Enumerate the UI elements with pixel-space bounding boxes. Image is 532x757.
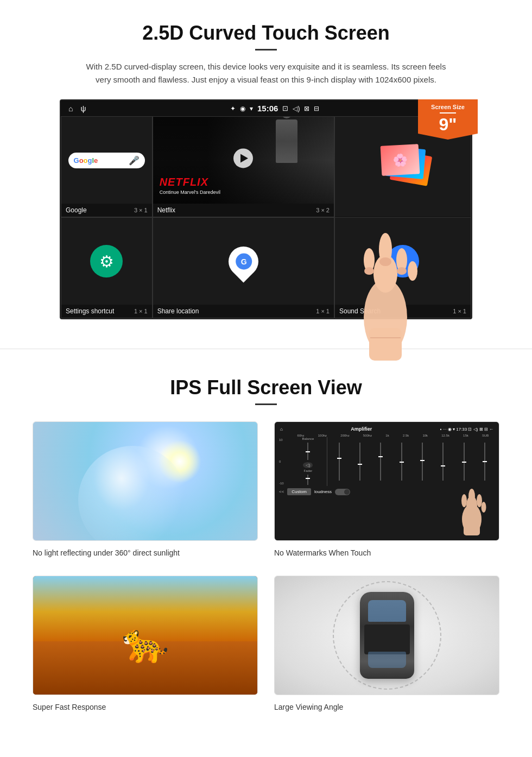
play-button[interactable] [233, 148, 253, 168]
section2-title: IPS Full Screen View [33, 376, 499, 399]
sunlight-bg [33, 422, 257, 540]
app-grid-row1: Google 🎤 Google 3 × 1 [61, 116, 471, 217]
band8-track[interactable] [484, 443, 485, 481]
netflix-app-size: 3 × 2 [316, 207, 330, 213]
band3-thumb [378, 456, 383, 457]
usb-icon: ψ [80, 104, 86, 113]
screen-size-badge: Screen Size 9" [418, 99, 478, 140]
window-icon[interactable]: ⊟ [314, 105, 319, 112]
sunlight-image [33, 421, 258, 541]
share-cell-content: G [153, 218, 334, 305]
band6-track[interactable] [442, 443, 444, 481]
volume-icon[interactable]: ◁) [293, 105, 300, 112]
db-0: 0 [279, 460, 290, 463]
label-fader: Fader [304, 469, 313, 472]
car-label: Large Viewing Angle [274, 701, 499, 714]
balance-thumb [306, 451, 310, 452]
photo-card-3: 🌸 [381, 144, 420, 176]
band2-track[interactable] [359, 443, 360, 481]
app-cell-settings[interactable]: ⚙ Settings shortcut 1 × 1 [61, 217, 153, 318]
car-bg: › [275, 576, 499, 695]
car-rear [368, 652, 406, 668]
sound-app-label: Sound Search [339, 307, 381, 315]
watermarks-label: No Watermarks When Touch [274, 546, 499, 559]
flower-emoji: 🌸 [392, 153, 408, 167]
svg-rect-6 [369, 328, 402, 361]
car-image: › [274, 576, 499, 695]
google-search-bar[interactable]: Google 🎤 [68, 153, 145, 168]
app-cell-share[interactable]: G Share location 1 × 1 [153, 217, 334, 318]
band3-track[interactable] [380, 443, 381, 481]
section1-divider [255, 49, 277, 51]
netflix-label-row: Netflix 3 × 2 [153, 204, 334, 217]
status-left-icons: ⌂ ψ [68, 104, 86, 113]
location-icon: ◉ [240, 105, 245, 112]
feature-grid: No light reflecting under 360° direct su… [33, 421, 499, 714]
section-ips: IPS Full Screen View No light reflecting… [0, 360, 532, 735]
app-cell-google[interactable]: Google 🎤 Google 3 × 1 [61, 116, 153, 217]
eq-band-8 [476, 443, 495, 481]
daredevil-person [276, 119, 297, 163]
car-roof [364, 624, 410, 654]
eq-band-3 [371, 443, 390, 481]
band4-thumb [400, 462, 404, 463]
fader-thumb [306, 478, 310, 479]
app-cell-netflix[interactable]: NETFLIX Continue Marvel's Daredevil Netf… [153, 116, 334, 217]
feature-car: › Large Viewing Angle [274, 576, 499, 714]
amp-status-icons: ▪ ··· ◉ ▾ 17:33 ⊡ ◁) ⊠ ⊟ ← [440, 427, 493, 432]
eq-balance-fader: Balance ◁) Fader [292, 437, 325, 486]
volume-knob[interactable]: ◁) [303, 462, 313, 468]
daredevil-bg: NETFLIX Continue Marvel's Daredevil [153, 117, 334, 204]
amp-eq-area: 10 0 -10 Balance [279, 437, 495, 486]
band4-track[interactable] [401, 443, 402, 481]
eq-band-4 [392, 443, 411, 481]
band5-thumb [420, 460, 425, 461]
band7-track[interactable] [464, 443, 465, 481]
band2-thumb [358, 464, 362, 465]
home-icon[interactable]: ⌂ [68, 104, 73, 113]
amp-back-icon[interactable]: << [279, 489, 284, 494]
section-curved: 2.5D Curved Touch Screen With 2.5D curve… [0, 0, 532, 338]
eq-band-1 [330, 443, 349, 481]
eq-band-6 [434, 443, 453, 481]
band5-track[interactable] [422, 443, 423, 481]
maps-icon: G [222, 240, 264, 282]
sound-label-row: Sound Search 1 × 1 [335, 305, 471, 318]
google-app-label: Google [66, 206, 87, 214]
camera-icon: ⊡ [282, 104, 288, 112]
amp-custom-btn[interactable]: Custom [287, 488, 311, 495]
google-logo: Google [74, 156, 98, 165]
sunlight-label: No light reflecting under 360° direct su… [33, 546, 258, 559]
share-app-size: 1 × 1 [316, 308, 330, 314]
amp-home-icon: ⌂ [280, 427, 283, 432]
sound-app-size: 1 × 1 [453, 308, 466, 314]
eq-band-5 [413, 443, 432, 481]
amp-title: Amplifier [351, 426, 372, 432]
section2-divider [255, 403, 277, 405]
android-screen: ⌂ ψ ✦ ◉ ▾ 15:06 ⊡ ◁) ⊠ ⊟ [60, 99, 472, 319]
amp-status-bar: ⌂ Amplifier ▪ ··· ◉ ▾ 17:33 ⊡ ◁) ⊠ ⊟ ← [279, 426, 495, 432]
section1-desc: With 2.5D curved-display screen, this de… [81, 60, 451, 86]
balance-slider[interactable] [307, 443, 308, 460]
photo-stack: 🌸 [381, 145, 425, 188]
google-mic-icon[interactable]: 🎤 [129, 155, 140, 166]
feature-sunlight: No light reflecting under 360° direct su… [33, 421, 258, 559]
fader-slider[interactable] [307, 475, 308, 485]
svg-point-14 [461, 494, 467, 507]
loudness-toggle[interactable] [335, 489, 350, 495]
bluetooth-icon: ✦ [230, 105, 236, 112]
google-cell-content: Google 🎤 [61, 117, 152, 204]
car-windshield [368, 600, 406, 622]
cheetah-bg: 🐆 [33, 576, 257, 695]
settings-icon-circle: ⚙ [90, 245, 123, 277]
netflix-logo: NETFLIX [160, 176, 208, 188]
cheetah-image: 🐆 [33, 576, 258, 695]
share-app-label: Share location [157, 307, 199, 315]
app-cell-sound[interactable]: ♪ Sound Search 1 × 1 [334, 217, 471, 318]
close-icon[interactable]: ⊠ [304, 105, 309, 112]
status-time: 15:06 [257, 104, 278, 113]
maps-inner: G [235, 253, 251, 269]
eq-band-2 [350, 443, 369, 481]
eq-sliders: Balance ◁) Fader [292, 437, 495, 486]
band1-track[interactable] [339, 443, 340, 481]
